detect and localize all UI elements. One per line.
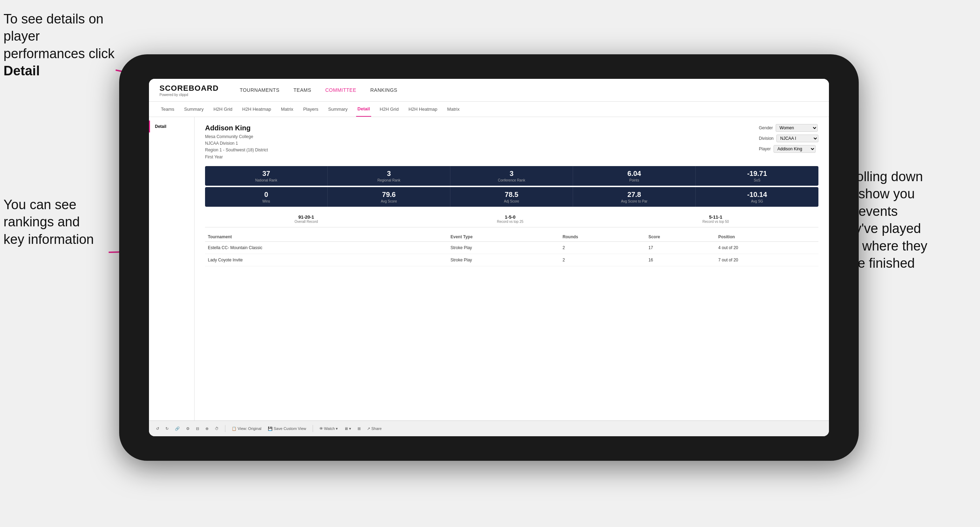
toolbar-undo[interactable]: ↺ <box>156 427 159 431</box>
bottom-toolbar: ↺ ↻ 🔗 ⚙ ⊟ ⊕ ⏱ 📋 View: Original 💾 Save Cu… <box>149 421 829 436</box>
division-control: Division NJCAA I <box>759 135 818 142</box>
tab-h2h-heatmap[interactable]: H2H Heatmap <box>241 102 272 117</box>
player-select[interactable]: Addison King <box>773 145 816 153</box>
tab-summary2[interactable]: Summary <box>327 102 349 117</box>
player-info: Addison King Mesa Community College NJCA… <box>205 124 268 160</box>
record-label-2: Record vs top 50 <box>702 220 729 224</box>
toolbar-view-original[interactable]: 📋 View: Original <box>232 427 261 431</box>
tab-teams[interactable]: Teams <box>159 102 176 117</box>
record-0: 91-20-1Overall Record <box>294 214 318 224</box>
stat-label-r2-3: Avg Score to Par <box>578 199 690 203</box>
stat-value-r1-1: 3 <box>332 170 445 178</box>
col-tournament: Tournament <box>205 232 448 242</box>
annotation-bl-3: key information <box>3 232 94 247</box>
annotation-topleft: To see details on player performances cl… <box>3 11 123 80</box>
cell-rounds-1: 2 <box>560 254 646 266</box>
stat-label-r1-3: Points <box>578 178 690 182</box>
toolbar-grid[interactable]: ⊞ <box>358 427 361 431</box>
toolbar-watch[interactable]: 👁 Watch ▾ <box>319 427 338 431</box>
tablet-device: SCOREBOARD Powered by clippd TOURNAMENTS… <box>119 54 859 461</box>
player-year: First Year <box>205 154 268 160</box>
nav-teams[interactable]: TEAMS <box>293 87 311 93</box>
tab-h2h-grid2[interactable]: H2H Grid <box>378 102 400 117</box>
stat-row2-0: 0Wins <box>205 187 328 207</box>
nav-committee[interactable]: COMMITTEE <box>325 87 356 93</box>
stat-label-r2-4: Avg SG <box>701 199 813 203</box>
record-value-2: 5-11-1 <box>702 214 729 220</box>
table-row[interactable]: Estella CC- Mountain Classic Stroke Play… <box>205 241 818 254</box>
annotation-bl-1: You can see <box>3 197 76 212</box>
player-label: Player <box>759 146 771 151</box>
nav-rankings[interactable]: RANKINGS <box>371 87 398 93</box>
record-1: 1-5-0Record vs top 25 <box>497 214 523 224</box>
main-nav: TOURNAMENTS TEAMS COMMITTEE RANKINGS <box>240 87 398 93</box>
cell-tournament-1: Lady Coyote Invite <box>205 254 448 266</box>
tablet-screen: SCOREBOARD Powered by clippd TOURNAMENTS… <box>149 79 829 436</box>
stat-value-r2-4: -10.14 <box>701 190 813 199</box>
tab-players[interactable]: Players <box>302 102 320 117</box>
player-controls: Gender Women Men Division NJCAA I <box>759 124 818 160</box>
col-position: Position <box>715 232 818 242</box>
division-select[interactable]: NJCAA I <box>776 135 818 142</box>
player-control: Player Addison King <box>759 145 818 153</box>
cell-rounds-0: 2 <box>560 241 646 254</box>
cell-event-type-1: Stroke Play <box>448 254 560 266</box>
content-area: Detail Addison King Mesa Community Colle… <box>149 117 829 421</box>
col-event-type: Event Type <box>448 232 560 242</box>
app-header: SCOREBOARD Powered by clippd TOURNAMENTS… <box>149 79 829 102</box>
annotation-topleft-text: To see details on player performances cl… <box>3 11 115 61</box>
cell-event-type-0: Stroke Play <box>448 241 560 254</box>
toolbar-redo[interactable]: ↻ <box>165 427 169 431</box>
stat-label-r1-4: SoS <box>701 178 813 182</box>
toolbar-settings[interactable]: ⚙ <box>186 427 189 431</box>
stat-value-r2-2: 78.5 <box>455 190 568 199</box>
toolbar-save-custom[interactable]: 💾 Save Custom View <box>268 427 306 431</box>
toolbar-plus[interactable]: ⊕ <box>205 427 208 431</box>
toolbar-timer[interactable]: ⏱ <box>215 427 219 431</box>
sidebar-detail[interactable]: Detail <box>149 121 194 132</box>
stat-label-r1-1: Regional Rank <box>332 178 445 182</box>
gender-label: Gender <box>759 125 773 130</box>
col-rounds: Rounds <box>560 232 646 242</box>
player-region: Region 1 - Southwest (18) District <box>205 147 268 154</box>
stat-label-r2-2: Adj Score <box>455 199 568 203</box>
stat-row1-2: 3Conference Rank <box>450 166 573 186</box>
records-row: 91-20-1Overall Record1-5-0Record vs top … <box>205 211 818 227</box>
toolbar-minus[interactable]: ⊟ <box>196 427 199 431</box>
tab-h2h-heatmap2[interactable]: H2H Heatmap <box>407 102 439 117</box>
stat-label-r1-0: National Rank <box>210 178 323 182</box>
logo-area: SCOREBOARD Powered by clippd <box>159 84 219 97</box>
nav-tournaments[interactable]: TOURNAMENTS <box>240 87 279 93</box>
stat-row1-1: 3Regional Rank <box>328 166 450 186</box>
main-panel: Addison King Mesa Community College NJCA… <box>194 117 829 421</box>
stat-value-r2-3: 27.8 <box>578 190 690 199</box>
cell-position-0: 4 out of 20 <box>715 241 818 254</box>
stat-row1-3: 6.04Points <box>573 166 696 186</box>
stat-row1-0: 37National Rank <box>205 166 328 186</box>
toolbar-screen[interactable]: 🖥 ▾ <box>344 427 351 431</box>
tab-matrix[interactable]: Matrix <box>279 102 294 117</box>
col-score: Score <box>646 232 715 242</box>
table-row[interactable]: Lady Coyote Invite Stroke Play 2 16 7 ou… <box>205 254 818 266</box>
tab-matrix2[interactable]: Matrix <box>446 102 461 117</box>
toolbar-sep2 <box>313 425 313 432</box>
toolbar-link[interactable]: 🔗 <box>175 427 180 431</box>
record-value-1: 1-5-0 <box>497 214 523 220</box>
stat-value-r1-3: 6.04 <box>578 170 690 178</box>
tab-summary[interactable]: Summary <box>183 102 205 117</box>
stats-row1: 37National Rank3Regional Rank3Conference… <box>205 166 818 186</box>
annotation-bl-2: rankings and <box>3 214 80 229</box>
record-value-0: 91-20-1 <box>294 214 318 220</box>
stat-row2-2: 78.5Adj Score <box>450 187 573 207</box>
toolbar-share[interactable]: ↗ Share <box>367 427 381 431</box>
stat-row2-3: 27.8Avg Score to Par <box>573 187 696 207</box>
tournament-table: Tournament Event Type Rounds Score Posit… <box>205 232 818 266</box>
record-label-0: Overall Record <box>294 220 318 224</box>
tab-h2h-grid[interactable]: H2H Grid <box>212 102 234 117</box>
stat-value-r1-0: 37 <box>210 170 323 178</box>
gender-control: Gender Women Men <box>759 124 818 132</box>
record-2: 5-11-1Record vs top 50 <box>702 214 729 224</box>
gender-select[interactable]: Women Men <box>776 124 818 132</box>
toolbar-sep1 <box>225 425 225 432</box>
tab-detail[interactable]: Detail <box>356 102 371 117</box>
